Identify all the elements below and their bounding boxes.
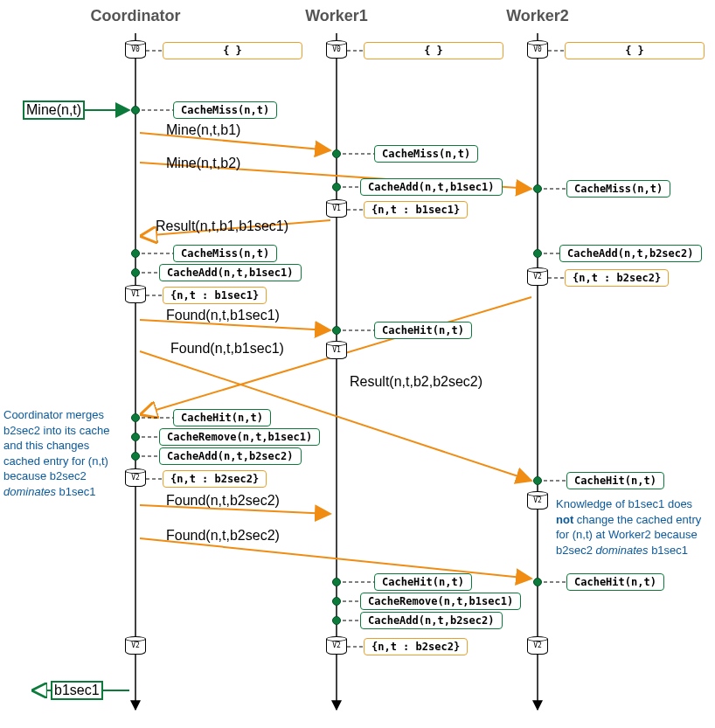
- tag-cache-hit: CacheHit(n,t): [566, 472, 664, 489]
- version-stamp: V0: [326, 43, 347, 59]
- version-stamp: V2: [125, 639, 146, 655]
- state-box: {n,t : b2sec2}: [163, 470, 267, 488]
- msg-found-b1-w2: Found(n,t,b1sec1): [170, 341, 284, 357]
- event-node: [131, 249, 140, 258]
- state-box: {n,t : b2sec2}: [565, 269, 669, 287]
- tag-cache-hit: CacheHit(n,t): [374, 322, 472, 339]
- tag-cache-hit: CacheHit(n,t): [374, 573, 472, 591]
- version-stamp: V2: [527, 494, 548, 510]
- version-stamp: V1: [125, 288, 146, 303]
- msg-mine-in: Mine(n,t): [23, 101, 85, 120]
- tag-cache-miss: CacheMiss(n,t): [566, 180, 670, 198]
- state-box: { }: [565, 42, 705, 59]
- tag-cache-add: CacheAdd(n,t,b1sec1): [159, 264, 302, 281]
- state-box: {n,t : b1sec1}: [163, 287, 267, 304]
- lane-title-coordinator: Coordinator: [91, 7, 181, 25]
- msg-mine-b2: Mine(n,t,b2): [166, 156, 240, 171]
- tag-cache-add: CacheAdd(n,t,b2sec2): [159, 447, 302, 465]
- msg-found-b2-w1: Found(n,t,b2sec2): [166, 493, 280, 509]
- lane-title-worker2: Worker2: [506, 7, 569, 25]
- event-node: [533, 184, 542, 193]
- note-right: Knowledge of b1sec1 does not change the …: [556, 496, 712, 558]
- state-box: {n,t : b1sec1}: [364, 201, 468, 218]
- version-stamp: V0: [527, 43, 548, 59]
- tag-cache-add: CacheAdd(n,t,b2sec2): [360, 612, 503, 629]
- event-node: [131, 413, 140, 422]
- msg-found-b2-w2: Found(n,t,b2sec2): [166, 528, 280, 544]
- event-node: [131, 433, 140, 441]
- event-node: [533, 476, 542, 485]
- tag-cache-remove: CacheRemove(n,t,b1sec1): [159, 428, 320, 446]
- state-box: {n,t : b2sec2}: [364, 638, 468, 655]
- version-stamp: V2: [125, 471, 146, 487]
- state-box: { }: [364, 42, 503, 59]
- msg-mine-b1: Mine(n,t,b1): [166, 122, 240, 138]
- tag-cache-add: CacheAdd(n,t,b1sec1): [360, 178, 503, 196]
- tag-cache-hit: CacheHit(n,t): [173, 409, 271, 426]
- event-node: [533, 249, 542, 258]
- msg-result-b2: Result(n,t,b2,b2sec2): [350, 374, 482, 390]
- event-node: [332, 578, 341, 586]
- tag-cache-miss: CacheMiss(n,t): [374, 145, 478, 163]
- event-node: [131, 106, 140, 114]
- note-left: Coordinator merges b2sec2 into its cache…: [3, 407, 128, 499]
- tag-cache-miss: CacheMiss(n,t): [173, 101, 277, 119]
- version-stamp: V2: [527, 270, 548, 286]
- version-stamp: V2: [326, 639, 347, 655]
- tag-cache-add: CacheAdd(n,t,b2sec2): [559, 245, 702, 262]
- event-node: [332, 149, 341, 158]
- version-stamp: V1: [326, 343, 347, 359]
- event-node: [332, 597, 341, 606]
- msg-b1sec1-out: b1sec1: [51, 681, 103, 700]
- arrow-found-b2-w2: [140, 538, 531, 579]
- lane-title-worker1: Worker1: [305, 7, 368, 25]
- tag-cache-remove: CacheRemove(n,t,b1sec1): [360, 593, 521, 610]
- version-stamp: V0: [125, 43, 146, 59]
- version-stamp: V1: [326, 202, 347, 218]
- event-node: [332, 616, 341, 625]
- msg-found-b1-w1: Found(n,t,b1sec1): [166, 308, 280, 323]
- event-node: [131, 452, 140, 461]
- state-box: { }: [163, 42, 302, 59]
- event-node: [332, 183, 341, 191]
- event-node: [332, 326, 341, 335]
- msg-result-b1: Result(n,t,b1,b1sec1): [156, 218, 288, 234]
- event-node: [131, 268, 140, 277]
- event-node: [533, 578, 542, 586]
- tag-cache-miss: CacheMiss(n,t): [173, 245, 277, 262]
- sequence-diagram-svg: [0, 0, 715, 728]
- tag-cache-hit: CacheHit(n,t): [566, 573, 664, 591]
- version-stamp: V2: [527, 639, 548, 655]
